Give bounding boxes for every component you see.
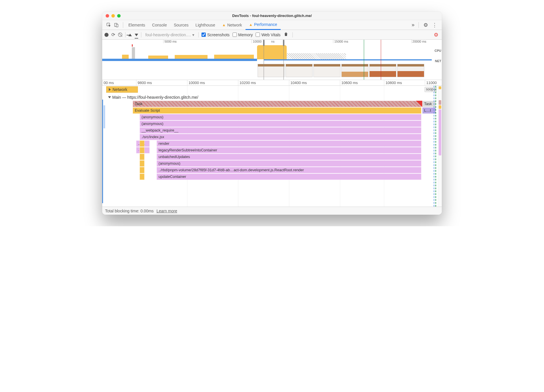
net-label: NET [435, 59, 441, 63]
tabstrip: Elements Console Sources Lighthouse ▲Net… [102, 20, 442, 30]
tab-elements[interactable]: Elements [125, 20, 149, 30]
flame-frame[interactable]: (anonymous) [140, 121, 421, 127]
flame-frame[interactable]: (anonymous) [157, 160, 421, 167]
memory-input[interactable] [233, 33, 237, 37]
flame-frame[interactable]: ../rbd/pnpm-volume/28d7f85f-31d7-4fd8-ab… [157, 167, 421, 173]
device-toggle-icon[interactable] [114, 22, 119, 27]
overview-tick: 15000 ms [333, 40, 348, 43]
cpu-label: CPU [435, 49, 441, 52]
flame-frame[interactable]: legacyRenderSubtreeIntoContainer [157, 147, 421, 153]
ruler-tick: 10800 ms [384, 80, 402, 86]
webvitals-checkbox[interactable]: Web Vitals [256, 33, 280, 37]
minimize-icon[interactable] [111, 14, 115, 18]
window-title: DevTools - foul-heavenly-direction.glitc… [102, 14, 442, 18]
separator [125, 32, 125, 37]
flame-frame[interactable]: (anonymous) [140, 114, 421, 120]
ruler-tick: 10600 ms [340, 80, 358, 86]
separator [292, 32, 293, 37]
load-profile-icon[interactable] [128, 32, 132, 37]
screenshot-thumb [313, 64, 341, 77]
warning-icon: ▲ [249, 22, 253, 27]
perf-toolbar: ⟳ foul-heavenly-direction.… ▾ Screenshot… [102, 30, 442, 40]
panel-tabs: Elements Console Sources Lighthouse ▲Net… [125, 20, 409, 30]
kebab-icon[interactable]: ⋮ [432, 22, 437, 28]
main-track-header[interactable]: Main — https://foul-heavenly-direction.g… [106, 94, 442, 100]
screenshot-thumb [341, 64, 368, 77]
network-item[interactable]: soop.j [425, 87, 437, 92]
screenshots-input[interactable] [201, 33, 206, 37]
long-task-indicator-icon [416, 101, 422, 107]
learn-more-link[interactable]: Learn more [157, 209, 177, 213]
overview-tick: 20000 ms [411, 40, 426, 43]
flame-sliver [140, 174, 145, 180]
separator [419, 22, 419, 28]
flame-evaluate-script[interactable]: Evaluate Script [133, 107, 421, 114]
screenshots-checkbox[interactable]: Screenshots [201, 33, 230, 37]
collapse-icon [108, 96, 111, 98]
flame-frame[interactable]: render [157, 140, 421, 147]
flame-chart[interactable]: Network soop.j Main — https://foul-heave… [102, 86, 442, 207]
blocking-time-label: Total blocking time: 0.00ms [105, 209, 154, 213]
flame-sliver [140, 160, 145, 167]
footer: Total blocking time: 0.00ms Learn more [102, 207, 442, 215]
flame-task[interactable]: Task [133, 101, 421, 107]
marker-line [434, 86, 434, 207]
memory-checkbox[interactable]: Memory [233, 33, 253, 37]
flame-sliver [140, 154, 145, 160]
flame-rows: Task Task Evaluate Script L…t (anonymous… [102, 101, 442, 180]
overview-tick: 10000 [252, 40, 262, 43]
tab-console[interactable]: Console [149, 20, 170, 30]
selection-handle-left[interactable] [263, 40, 265, 46]
reload-icon[interactable]: ⟳ [111, 32, 115, 37]
profile-name: foul-heavenly-direction.… [145, 33, 191, 37]
titlebar: DevTools - foul-heavenly-direction.glitc… [102, 12, 442, 20]
flame-ruler[interactable]: 00 ms 9800 ms 10000 ms 10200 ms 10400 ms… [102, 80, 442, 86]
flame-frame[interactable]: unbatchedUpdates [157, 154, 421, 160]
warning-icon: ▲ [222, 23, 226, 27]
ruler-tick: 10400 ms [289, 80, 307, 86]
trash-icon[interactable] [284, 32, 288, 38]
traffic-lights [106, 14, 121, 18]
tab-performance[interactable]: ▲Performance [246, 20, 281, 30]
selection-handle-right[interactable] [283, 40, 284, 46]
flame-frame[interactable]: ./src/index.jsx [140, 134, 421, 140]
separator [198, 32, 199, 37]
flame-sliver [140, 140, 145, 147]
screenshot-thumb [286, 64, 313, 77]
zoom-icon[interactable] [117, 14, 121, 18]
separator [141, 32, 141, 37]
overview-timeline[interactable]: 5000 ms 10000 ns 15000 ms 20000 ms CPU N… [102, 40, 442, 80]
inspect-icon[interactable] [106, 22, 111, 27]
tab-sources[interactable]: Sources [170, 20, 192, 30]
settings-icon[interactable]: ⚙ [423, 22, 428, 28]
tab-network[interactable]: ▲Network [219, 20, 246, 30]
tab-lighthouse[interactable]: Lighthouse [192, 20, 219, 30]
save-profile-icon[interactable] [135, 32, 138, 37]
profile-selector[interactable]: foul-heavenly-direction.… ▾ [144, 32, 195, 38]
flame-frame[interactable]: __webpack_require__ [140, 127, 421, 134]
flame-sliver [140, 147, 145, 153]
capture-settings-icon[interactable]: ⚙ [434, 32, 440, 38]
close-icon[interactable] [106, 14, 109, 18]
screenshot-thumb [397, 64, 424, 77]
webvitals-input[interactable] [256, 33, 260, 37]
ruler-tick: 10000 ms [187, 80, 205, 86]
ruler-tick: 10200 ms [238, 80, 256, 86]
devtools-window: DevTools - foul-heavenly-direction.glitc… [102, 12, 442, 215]
minimap-scrollbar[interactable] [438, 86, 442, 207]
network-track-header[interactable]: Network [106, 86, 138, 93]
record-button[interactable] [104, 33, 109, 37]
flame-frame[interactable]: updateContainer [157, 174, 421, 180]
ruler-tick: 9800 ms [136, 80, 152, 86]
flame-sliver [140, 167, 145, 173]
ruler-tick: 00 ms [102, 80, 114, 86]
marker-line [435, 86, 436, 207]
separator [123, 22, 123, 28]
overview-selection[interactable] [264, 40, 284, 80]
tabs-overflow-icon[interactable]: » [409, 22, 417, 28]
expand-icon [109, 88, 111, 91]
overview-tick: 5000 ms [163, 40, 176, 43]
clear-icon[interactable] [118, 33, 122, 37]
ruler-tick: 11000 ms [425, 80, 442, 86]
screenshot-thumb [369, 64, 396, 77]
